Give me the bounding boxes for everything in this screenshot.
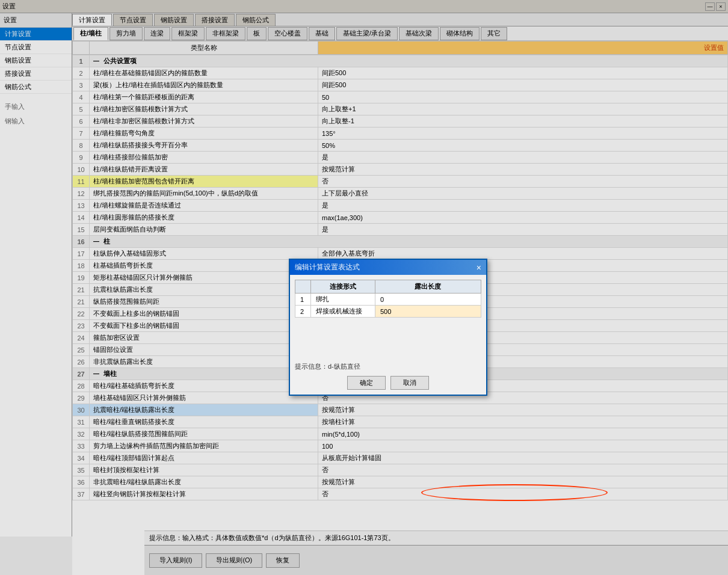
dialog-row-2: 2 焊接或机械连接: [295, 306, 481, 318]
dialog-table: 连接形式 露出长度 1 绑扎 2: [295, 280, 481, 318]
dialog-row1-value[interactable]: [375, 294, 481, 306]
dialog-col-num-header: [295, 280, 311, 294]
dialog-title-text: 编辑计算设置表达式: [295, 262, 360, 272]
dialog-row-1: 1 绑扎: [295, 294, 481, 306]
dialog-spacer: [295, 322, 481, 358]
dialog-row2-connection: 焊接或机械连接: [311, 306, 375, 318]
dialog-col-connection-header: 连接形式: [311, 280, 375, 294]
dialog-hint: 提示信息：d-纵筋直径: [295, 362, 481, 371]
dialog-row2-value[interactable]: [375, 306, 481, 318]
dialog-confirm-btn[interactable]: 确定: [347, 376, 386, 390]
dialog-row2-input[interactable]: [380, 308, 476, 315]
app-window: 设置 — × 设置 计算设置 节点设置 钢筋设置 搭接设置 钢筋公式 手输入 钢…: [0, 0, 728, 575]
dialog-buttons: 确定 取消: [295, 376, 481, 390]
dialog-title: 编辑计算设置表达式 ×: [290, 260, 486, 275]
dialog-row1-connection: 绑扎: [311, 294, 375, 306]
dialog-body: 连接形式 露出长度 1 绑扎 2: [290, 275, 486, 395]
dialog-col-exposure-header: 露出长度: [375, 280, 481, 294]
dialog-overlay: 编辑计算设置表达式 × 连接形式 露出长度 1 绑扎: [0, 0, 728, 575]
dialog-close-btn[interactable]: ×: [477, 263, 481, 272]
dialog-cancel-btn[interactable]: 取消: [390, 376, 429, 390]
dialog-row1-num: 1: [295, 294, 311, 306]
dialog-row1-input[interactable]: [380, 296, 476, 303]
dialog-row2-num: 2: [295, 306, 311, 318]
edit-dialog: 编辑计算设置表达式 × 连接形式 露出长度 1 绑扎: [289, 259, 487, 396]
